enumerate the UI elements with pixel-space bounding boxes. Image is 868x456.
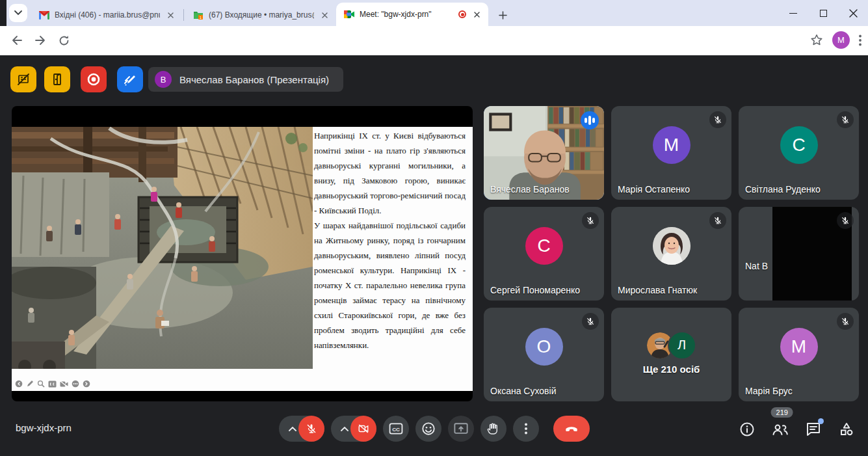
chevron-up-icon	[341, 427, 349, 431]
tab-close-button[interactable]	[165, 10, 176, 20]
info-icon	[739, 422, 755, 437]
avatar: О	[525, 328, 563, 366]
participants-button[interactable]: 219	[772, 421, 789, 438]
tab-title: Вхідні (406) - mariia.brus@pnu.	[55, 10, 160, 20]
window-close-button[interactable]	[838, 0, 868, 26]
close-icon	[322, 12, 328, 18]
photo-avatar	[653, 227, 690, 265]
avatar: М	[653, 126, 690, 164]
participant-tile[interactable]: С Світлана Руденко	[739, 106, 859, 200]
new-tab-button[interactable]	[493, 6, 512, 24]
meeting-code: bgw-xjdx-prn	[16, 422, 72, 433]
cc-small-icon[interactable]	[48, 381, 57, 388]
prev-icon[interactable]	[15, 380, 23, 388]
presenter-pill[interactable]: В Вячеслав Баранов (Презентація)	[148, 67, 343, 92]
cam-small-icon[interactable]	[60, 381, 68, 388]
call-controls: CC	[279, 416, 590, 442]
participant-tile-baranov[interactable]: Вячеслав Баранов	[484, 106, 604, 200]
tab-gmail[interactable]: Вхідні (406) - mariia.brus@pnu.	[31, 4, 182, 26]
browser-profile-avatar[interactable]: M	[832, 31, 850, 49]
browser-menu-icon[interactable]	[859, 34, 861, 46]
slide: Наприкінці ІХ ст. у Києві відбуваються п…	[12, 127, 473, 391]
close-icon	[474, 12, 480, 18]
camera-off-button[interactable]	[350, 416, 376, 442]
emoji-icon	[421, 422, 436, 436]
forward-button[interactable]	[31, 31, 49, 49]
more-options-button[interactable]	[513, 416, 539, 442]
annotate-pen-icon	[123, 72, 137, 87]
people-icon	[772, 422, 789, 436]
pen-icon[interactable]	[26, 380, 34, 388]
participant-tile[interactable]: М Марія Брус	[739, 308, 859, 401]
back-button[interactable]	[8, 31, 26, 49]
participant-name: Світлана Руденко	[745, 184, 821, 194]
camera-control[interactable]	[331, 416, 376, 442]
mail-folder-icon: 1	[193, 10, 204, 20]
annotate-pen-button[interactable]	[117, 66, 143, 92]
participant-name: Вячеслав Баранов	[490, 184, 570, 194]
tab-close-button[interactable]	[319, 10, 330, 20]
window-maximize-button[interactable]	[808, 0, 838, 26]
plus-icon	[499, 11, 507, 20]
presenter-avatar: В	[155, 71, 172, 88]
browser-tab-strip: Вхідні (406) - mariia.brus@pnu. 1 (67) В…	[0, 0, 868, 26]
zoom-icon[interactable]	[37, 380, 45, 388]
participant-tile[interactable]: Nat B	[739, 207, 859, 301]
slide-paragraph: У шарах найдавнішої подільської садиби н…	[314, 218, 466, 353]
meeting-panels: 219	[739, 421, 855, 438]
chat-notification-dot	[818, 418, 824, 424]
participant-name: Марія Брус	[745, 386, 793, 396]
tab-close-button[interactable]	[471, 9, 482, 20]
tab-recording-indicator-icon	[458, 10, 466, 18]
chat-icon	[806, 422, 821, 437]
window-minimize-button[interactable]	[778, 0, 808, 26]
chat-button[interactable]	[805, 421, 822, 438]
mic-muted-icon	[709, 212, 726, 229]
chevron-down-icon	[14, 10, 22, 16]
chevron-up-icon	[289, 427, 296, 431]
tab-search-button[interactable]	[9, 4, 27, 22]
gmail-icon	[39, 11, 49, 20]
overflow-tile[interactable]: Л Ще 210 осіб	[611, 308, 731, 401]
next-icon[interactable]	[83, 380, 90, 388]
participant-name: Nat B	[745, 261, 768, 271]
bookmark-star-icon[interactable]	[810, 34, 823, 47]
mic-control[interactable]	[279, 416, 324, 442]
present-screen-button[interactable]	[448, 416, 474, 442]
participant-tile[interactable]: Мирослава Гнатюк	[611, 207, 731, 301]
presenter-name: Вячеслав Баранов (Презентація)	[179, 74, 329, 85]
presentation-stage[interactable]: Наприкінці ІХ ст. у Києві відбуваються п…	[12, 106, 473, 401]
browser-toolbar: meet.google.com/bgw-xjdx-prn M	[0, 26, 868, 55]
avatar: С	[525, 227, 563, 265]
screen-capture-off-icon	[17, 73, 30, 86]
participant-name: Сергей Пономаренко	[490, 285, 580, 295]
overflow-avatars: Л	[647, 331, 696, 360]
meeting-details-button[interactable]	[739, 421, 756, 438]
screen-capture-off-button[interactable]	[10, 66, 36, 92]
close-icon	[168, 12, 174, 18]
reactions-button[interactable]	[415, 416, 441, 442]
tab-meet-active[interactable]: Meet: "bgw-xjdx-prn"	[336, 3, 488, 26]
window-edge	[0, 0, 7, 26]
raise-hand-button[interactable]	[480, 416, 506, 442]
tab-mail[interactable]: 1 (67) Входящие • mariya_brus@	[185, 4, 336, 26]
refresh-button[interactable]	[55, 31, 73, 49]
call-bottom-bar: bgw-xjdx-prn	[0, 401, 868, 456]
more-small-icon[interactable]	[72, 380, 79, 388]
end-call-button[interactable]	[553, 416, 590, 442]
tab-title: (67) Входящие • mariya_brus@	[209, 10, 314, 20]
door-button[interactable]	[44, 66, 70, 92]
record-button[interactable]	[81, 66, 107, 92]
mic-muted-button[interactable]	[298, 416, 324, 442]
participant-tile[interactable]: О Оксана Суховій	[484, 308, 604, 401]
present-screen-icon	[454, 422, 468, 435]
mic-off-icon	[306, 423, 317, 435]
close-icon	[849, 9, 858, 18]
camera-off-icon	[358, 423, 369, 435]
participant-tile[interactable]: С Сергей Пономаренко	[484, 207, 604, 301]
slide-viewer-controls	[15, 380, 90, 388]
activities-button[interactable]	[838, 421, 855, 438]
captions-button[interactable]: CC	[383, 416, 409, 442]
mic-muted-icon	[582, 212, 599, 229]
participant-tile[interactable]: М Марія Остапенко	[611, 106, 731, 200]
